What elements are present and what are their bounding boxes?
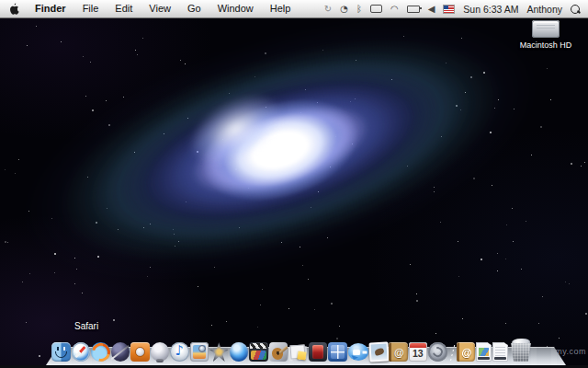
star	[512, 208, 513, 209]
star	[29, 273, 30, 274]
star	[416, 300, 418, 302]
dock-item-crystal-ball-app[interactable]	[151, 342, 170, 362]
dock-item-preview[interactable]	[368, 341, 389, 362]
dock-item-ical[interactable]: 13	[409, 342, 428, 362]
airport-icon[interactable]: ◠	[390, 0, 399, 17]
dock-item-document-1[interactable]	[476, 342, 492, 362]
star	[458, 241, 458, 242]
desktop-icon-macintosh-hd[interactable]: Macintosh HD	[516, 20, 575, 50]
star	[113, 319, 115, 321]
star	[585, 313, 587, 315]
star	[226, 321, 227, 322]
dock-item-projector-app[interactable]	[130, 342, 150, 362]
star	[288, 308, 289, 309]
dock-item-document-2[interactable]	[492, 342, 508, 362]
address-book-at-glyph: @	[461, 347, 471, 358]
dock-item-address-book-2[interactable]: @	[457, 342, 476, 362]
star	[15, 173, 16, 174]
menu-view[interactable]: View	[141, 0, 179, 17]
star	[416, 293, 417, 294]
menu-bar-clock[interactable]: Sun 6:33 AM	[463, 4, 518, 15]
star	[22, 282, 23, 282]
star	[137, 54, 138, 55]
battery-icon[interactable]	[407, 6, 420, 13]
star	[331, 303, 333, 305]
star	[505, 259, 506, 259]
dock-item-garageband[interactable]	[269, 342, 288, 362]
dock-item-safari[interactable]	[72, 342, 91, 362]
star	[410, 264, 411, 265]
star	[458, 276, 459, 277]
menu-file[interactable]: File	[74, 0, 107, 17]
star	[262, 289, 263, 290]
menu-bar: Finder File Edit View Go Window Help ↻ ◔…	[0, 0, 588, 18]
dock-item-address-book[interactable]: @	[389, 342, 408, 362]
trash-basket	[509, 343, 533, 362]
spotlight-icon[interactable]	[571, 5, 580, 14]
dock-item-time-machine[interactable]	[428, 342, 447, 362]
hard-drive-icon	[532, 20, 560, 38]
menu-go[interactable]: Go	[179, 0, 209, 17]
star	[314, 309, 315, 310]
dock-item-itunes[interactable]	[170, 342, 189, 362]
dock-item-blue-disc-app[interactable]	[230, 342, 249, 362]
user-menu[interactable]: Anthony	[526, 4, 562, 15]
dock-item-iphoto[interactable]	[190, 342, 209, 362]
star	[526, 221, 526, 222]
star	[180, 60, 181, 61]
apple-icon	[9, 3, 19, 15]
menu-window[interactable]: Window	[209, 0, 262, 17]
star	[302, 265, 303, 266]
star	[308, 279, 309, 280]
star	[521, 269, 522, 270]
star	[538, 323, 539, 324]
star	[497, 253, 498, 254]
star	[547, 68, 548, 69]
star	[85, 96, 86, 97]
desktop: digitalblasphemy.com Finder File Edit Vi…	[0, 0, 588, 368]
star	[462, 318, 463, 319]
star	[542, 296, 543, 297]
dock-item-star-app[interactable]	[209, 342, 229, 362]
star	[18, 159, 19, 160]
volume-icon[interactable]: ◀	[428, 0, 435, 17]
star	[5, 241, 6, 243]
star	[74, 283, 75, 284]
dock-item-paper-stack-app[interactable]	[288, 342, 308, 362]
volume-label: Macintosh HD	[516, 40, 575, 50]
displays-icon[interactable]	[370, 5, 382, 13]
star	[492, 185, 492, 186]
sync-icon[interactable]: ↻	[324, 0, 332, 17]
bluetooth-icon[interactable]: ᛒ	[356, 0, 362, 17]
dock: @ 13 @	[0, 326, 588, 368]
apple-menu[interactable]	[0, 0, 27, 17]
input-flag-icon[interactable]	[443, 5, 455, 14]
dock-item-imovie[interactable]	[249, 342, 268, 362]
menu-help[interactable]: Help	[262, 0, 300, 17]
dock-item-photo-booth[interactable]	[309, 342, 328, 362]
address-book-at-glyph: @	[394, 347, 404, 358]
star	[36, 26, 37, 27]
menu-bar-right: ↻ ◔ ᛒ ◠ ◀ Sun 6:33 AM Anthony	[324, 0, 588, 17]
star	[92, 109, 94, 111]
star	[83, 56, 84, 57]
time-machine-icon[interactable]: ◔	[340, 0, 348, 17]
dock-item-trash[interactable]	[509, 339, 533, 362]
ical-day-number: 13	[413, 349, 424, 359]
dock-items: @ 13 @	[51, 339, 533, 362]
star	[90, 62, 91, 63]
dock-item-ichat[interactable]	[348, 343, 368, 361]
star	[571, 163, 572, 165]
star	[513, 241, 514, 242]
star	[142, 38, 143, 39]
menu-edit[interactable]: Edit	[107, 0, 141, 17]
star	[82, 293, 83, 293]
dock-item-pen-orb-app[interactable]	[111, 342, 130, 362]
menu-finder[interactable]: Finder	[27, 0, 74, 17]
dock-item-spaces[interactable]	[328, 342, 347, 362]
star	[506, 224, 507, 225]
dock-item-finder[interactable]	[51, 342, 71, 362]
dock-item-firefox[interactable]	[91, 342, 110, 362]
star	[497, 270, 498, 271]
menu-bar-left: Finder File Edit View Go Window Help	[0, 0, 299, 17]
